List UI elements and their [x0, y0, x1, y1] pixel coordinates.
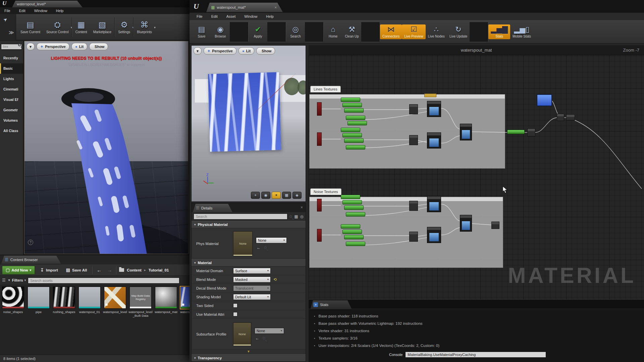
menu-item[interactable]: Window [30, 9, 52, 13]
comment-box[interactable]: Lines Textures [309, 94, 505, 169]
graph-node[interactable] [507, 130, 525, 134]
toolbar-button[interactable]: ▾ [305, 22, 324, 42]
asset-thumbnail[interactable] [2, 287, 24, 309]
viewport-mode-button[interactable]: ● Lit [71, 43, 87, 50]
graph-node[interactable] [427, 101, 441, 117]
details-tab[interactable]: ☰ Details [193, 204, 232, 212]
view-options-icon[interactable]: ▦ [294, 214, 298, 219]
toolbar-button[interactable]: ▾ [470, 22, 488, 42]
material-titlebar[interactable]: U ▦ waterspout_mat* × [190, 0, 644, 13]
toolbar-button[interactable]: ▤ Save ▾ [192, 24, 211, 39]
asset-thumbnail[interactable] [104, 287, 126, 309]
viewport-options-dropdown[interactable]: ▾ [194, 47, 202, 55]
place-actors-category[interactable]: All Class [0, 126, 23, 136]
asset-tile[interactable]: waterspout_mat [154, 287, 178, 353]
menu-item[interactable]: Edit [207, 14, 222, 18]
graph-node[interactable] [341, 128, 360, 132]
graph-node[interactable] [427, 227, 441, 243]
toolbar-button[interactable]: ⌘ Blueprints ▾ [134, 19, 155, 35]
checkbox[interactable] [233, 303, 237, 308]
graph-node[interactable] [341, 224, 360, 229]
place-actors-category[interactable]: Geometr [0, 105, 23, 115]
property-dropdown[interactable]: Surface ▾ [233, 268, 271, 274]
graph-node[interactable] [566, 114, 575, 120]
material-tab[interactable]: ▦ waterspout_mat* × [206, 3, 283, 12]
graph-node[interactable] [317, 229, 322, 242]
toolbar-button[interactable]: ▦ Content ▾ [72, 19, 90, 35]
phys-material-thumbnail[interactable]: None [233, 231, 253, 256]
graph-node[interactable] [460, 124, 472, 140]
stats-tab[interactable]: » Stats [311, 300, 352, 309]
breadcrumb-folder[interactable]: Tutorial_01 [149, 268, 169, 272]
section-physical-material[interactable]: ▾ Physical Material [192, 221, 306, 228]
toolbar-button[interactable]: ▂▅▯ Mobile Stats ▾ [510, 24, 533, 39]
graph-node[interactable] [342, 230, 362, 234]
visibility-icon[interactable]: ◎ [300, 214, 304, 219]
pointer-icon[interactable]: ➤ [2, 16, 8, 23]
graph-node[interactable] [344, 138, 364, 143]
preview-tool-button[interactable]: ⌖ [251, 192, 260, 199]
toolbar-button[interactable]: ∴ Live Nodes ▾ [426, 24, 447, 39]
preview-tool-button[interactable]: ◉ [261, 192, 270, 199]
toolbar-button[interactable]: ⚙ Settings ▾ [115, 19, 133, 35]
graph-node[interactable] [344, 108, 364, 113]
comment-label[interactable]: Noise Textures [310, 188, 341, 195]
graph-node[interactable] [342, 200, 362, 204]
level-viewport[interactable]: ▾ ✦ Perspective ● Lit Show LIGHTING NEED… [24, 41, 189, 254]
toolbar-button[interactable]: ✔ Apply ▾ [249, 24, 267, 39]
graph-node[interactable] [424, 94, 436, 97]
details-search-input[interactable] [194, 214, 287, 220]
asset-thumbnail[interactable] [53, 287, 75, 309]
toolbar-button[interactable]: ◎ Search ▾ [286, 24, 305, 39]
level-tab[interactable]: waterspout_level* [12, 1, 83, 7]
use-selected-icon[interactable]: ← [257, 245, 261, 250]
graph-node[interactable] [409, 135, 418, 145]
material-preview-viewport[interactable]: ▾ ✦ Perspective ● Lit Show Z ⌖◉✦ [191, 45, 306, 202]
asset-thumbnail[interactable]: Map Build Data Registry [129, 287, 152, 309]
asset-tile[interactable]: waterspout_mat [180, 287, 190, 353]
use-selected-icon[interactable]: ← [255, 336, 259, 341]
graph-node[interactable] [409, 104, 418, 114]
viewport-mode-button[interactable]: ✦ Perspective [37, 43, 69, 50]
place-actors-category[interactable]: Lights [0, 74, 23, 84]
graph-node[interactable] [344, 235, 364, 239]
graph-node[interactable] [491, 222, 499, 229]
viewport-mode-button[interactable]: Show [256, 47, 275, 55]
toolbar-button[interactable]: ⋈ Connectors ▾ [380, 24, 402, 39]
browse-asset-icon[interactable] [264, 246, 267, 249]
property-dropdown[interactable]: Translucent ▾ [233, 285, 271, 291]
toolbar-button[interactable]: ▂▅▇ Stats ▾ [488, 24, 510, 39]
toolbar-button[interactable]: ▾ [267, 22, 286, 42]
graph-node[interactable] [427, 196, 441, 212]
content-browser-tab[interactable]: ☰ Content Browser [1, 256, 61, 264]
toolbar-button[interactable]: ▾ [230, 22, 249, 42]
graph-node[interactable] [409, 232, 418, 242]
advanced-expand-icon[interactable]: ▼ [192, 350, 306, 354]
menu-item[interactable]: Asset [222, 14, 240, 18]
view-list-icon[interactable]: ☰ [2, 278, 6, 283]
section-transparency[interactable]: ▾ Transparency [192, 354, 306, 362]
asset-thumbnail[interactable] [155, 287, 177, 309]
add-new-button[interactable]: ▢ Add New ▾ [2, 266, 35, 275]
level-editor-titlebar[interactable]: U waterspout_level* [0, 0, 190, 7]
close-icon[interactable]: × [275, 5, 277, 9]
forward-button[interactable]: → [106, 267, 113, 273]
import-button[interactable]: ↧ Import [38, 266, 61, 275]
preview-tool-button[interactable]: ✦ [272, 192, 281, 199]
asset-tile[interactable]: waterspout_level [103, 287, 127, 353]
graph-node[interactable] [347, 121, 367, 125]
toolbar-button[interactable]: ▧ Marketplace ▾ [90, 19, 114, 35]
menu-item[interactable]: Help [52, 9, 68, 13]
asset-search-input[interactable] [28, 278, 179, 284]
toolbar-button[interactable]: ▾ [361, 22, 380, 42]
property-dropdown[interactable]: Masked ▾ [233, 277, 271, 283]
graph-node[interactable] [342, 103, 362, 107]
comment-label[interactable]: Lines Textures [310, 86, 341, 93]
viewport-mode-button[interactable]: ✦ Perspective [204, 47, 236, 55]
toolbar-button[interactable]: ☑ Live Preview ▾ [402, 24, 426, 39]
subsurface-thumbnail[interactable]: None [233, 322, 251, 346]
toolbar-button[interactable]: ▤ Save Current ▾ [17, 19, 43, 35]
checkbox[interactable] [233, 312, 237, 316]
preview-tool-button[interactable]: ◈ [292, 192, 302, 199]
section-material[interactable]: ▾ Material [192, 259, 306, 266]
